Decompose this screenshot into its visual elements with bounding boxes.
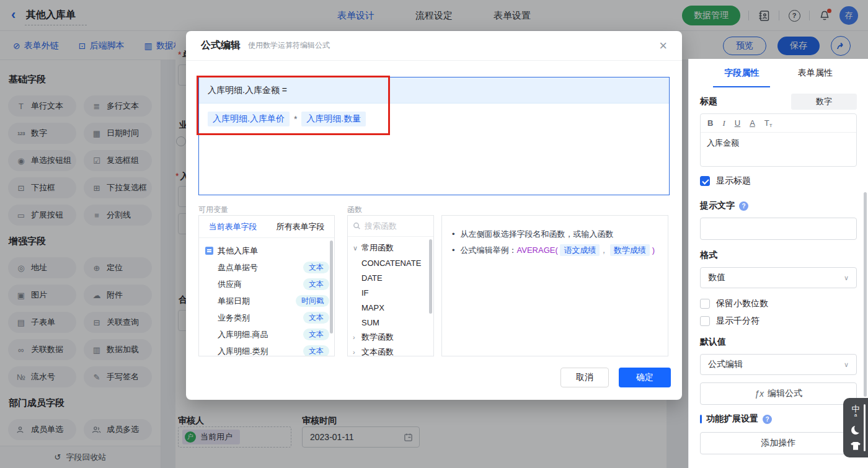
function-item[interactable]: MAPX: [348, 300, 433, 315]
type-badge: 文本: [303, 345, 329, 356]
dark-mode-moon-icon[interactable]: [851, 426, 860, 435]
variable-row[interactable]: 入库明细.商品文本: [199, 326, 334, 343]
variables-panel: 当前表单字段 所有表单字段 其他入库单 盘点单据号文本 供应商文本 单据日期时间…: [198, 215, 335, 356]
function-item[interactable]: DATE: [348, 270, 433, 285]
variable-row[interactable]: 供应商文本: [199, 276, 334, 293]
hint-text-input[interactable]: [700, 218, 857, 240]
font-color-icon[interactable]: A: [750, 118, 755, 128]
chevron-down-icon: ∨: [844, 361, 849, 369]
tab-field-properties[interactable]: 字段属性: [724, 59, 759, 87]
properties-panel: 字段属性 表单属性 标题 数字 B I U A T 入库金额 显示标题: [688, 59, 868, 468]
confirm-button[interactable]: 确定: [619, 368, 671, 387]
title-rich-editor[interactable]: B I U A T 入库金额: [700, 113, 857, 167]
function-item[interactable]: IF: [348, 285, 433, 300]
tip-line-1: •从左侧面板选择字段名和函数，或输入函数: [452, 226, 658, 242]
variable-row[interactable]: 单据日期时间戳: [199, 293, 334, 309]
example-field-chip: 数学成绩: [610, 244, 650, 256]
formula-edit-modal: 公式编辑 使用数学运算符编辑公式 × 入库明细.入库金额 = 入库明细.入库单价…: [186, 31, 682, 400]
scrollbar[interactable]: [330, 241, 333, 333]
hint-help-icon[interactable]: ?: [739, 201, 748, 211]
font-size-icon[interactable]: T: [764, 118, 773, 128]
type-badge: 文本: [303, 262, 329, 273]
italic-icon[interactable]: I: [722, 118, 725, 128]
close-icon[interactable]: ×: [659, 40, 667, 52]
title-label: 标题: [700, 96, 717, 107]
show-title-checkbox[interactable]: [700, 176, 710, 186]
function-group-common[interactable]: ∨ 常用函数: [348, 241, 433, 255]
type-badge: 文本: [303, 312, 329, 324]
function-group-math[interactable]: › 数学函数: [348, 330, 433, 345]
extension-settings-label: 功能扩展设置: [706, 413, 758, 425]
show-title-label: 显示标题: [716, 175, 751, 187]
edit-formula-button[interactable]: ƒx 编辑公式: [700, 382, 857, 405]
tip-line-2: •公式编辑举例：AVERAGE( 语文成绩， 数学成绩 ): [452, 242, 658, 258]
field-type-tag[interactable]: 数字: [791, 94, 857, 110]
underline-icon[interactable]: U: [735, 118, 740, 128]
fx-icon: ƒx: [755, 389, 764, 399]
functions-panel: ∨ 常用函数 CONCATENATE DATE IF MAPX SUM › 数学…: [347, 215, 434, 356]
formula-operand-chip[interactable]: 入库明细.入库单价: [208, 112, 290, 126]
editor-toolbar: B I U A T: [701, 114, 856, 133]
section-accent-bar: [700, 415, 702, 423]
function-search-input[interactable]: [365, 221, 420, 231]
cancel-button[interactable]: 取消: [560, 368, 609, 387]
variables-section-label: 可用变量: [198, 205, 228, 215]
tab-all-form-fields[interactable]: 所有表单字段: [267, 216, 334, 237]
add-action-button[interactable]: 添加操作: [700, 432, 857, 454]
formula-lhs: 入库明细.入库金额 =: [199, 77, 669, 104]
example-field-chip: 语文成绩: [560, 244, 600, 256]
functions-section-label: 函数: [347, 205, 362, 215]
modal-header: 公式编辑 使用数学运算符编辑公式 ×: [186, 31, 682, 61]
tab-current-form-fields[interactable]: 当前表单字段: [199, 216, 267, 237]
function-group-text[interactable]: › 文本函数: [348, 345, 433, 356]
default-value-label: 默认值: [700, 337, 726, 348]
format-select[interactable]: 数值 ∨: [700, 267, 857, 288]
modal-title: 公式编辑: [201, 39, 241, 52]
default-value-select[interactable]: 公式编辑 ∨: [700, 354, 857, 375]
chevron-right-icon: ›: [353, 333, 358, 341]
thousand-separator-checkbox[interactable]: [700, 316, 710, 326]
variable-row[interactable]: 入库明细.类别文本: [199, 343, 334, 356]
type-badge: 时间戳: [296, 295, 329, 307]
variable-row[interactable]: 业务类别文本: [199, 309, 334, 326]
tab-form-properties[interactable]: 表单属性: [798, 59, 833, 87]
bold-icon[interactable]: B: [707, 118, 713, 128]
chevron-down-icon: ∨: [353, 244, 358, 252]
variables-root-node[interactable]: 其他入库单: [199, 242, 334, 259]
modal-subtitle: 使用数学运算符编辑公式: [248, 40, 330, 51]
theme-float-widget: 中 a: [843, 398, 868, 457]
title-value[interactable]: 入库金额: [701, 133, 856, 166]
extension-help-icon[interactable]: ?: [763, 415, 772, 424]
formula-operand-chip[interactable]: 入库明细.数量: [301, 112, 366, 126]
translate-icon[interactable]: 中 a: [852, 405, 860, 418]
form-doc-icon: [205, 247, 213, 255]
scrollbar[interactable]: [864, 192, 867, 397]
decimal-label: 保留小数位数: [716, 298, 768, 309]
format-label: 格式: [700, 250, 717, 261]
scrollbar[interactable]: [429, 239, 432, 314]
formula-editor[interactable]: 入库明细.入库金额 = 入库明细.入库单价 * 入库明细.数量: [198, 77, 670, 195]
function-item[interactable]: SUM: [348, 315, 433, 330]
decimal-checkbox[interactable]: [700, 299, 710, 309]
hint-label: 提示文字: [700, 200, 735, 211]
theme-shirt-icon[interactable]: [851, 442, 861, 450]
search-icon: [353, 222, 361, 230]
chevron-right-icon: ›: [353, 348, 358, 356]
variable-row[interactable]: 盘点单据号文本: [199, 259, 334, 276]
function-item[interactable]: CONCATENATE: [348, 255, 433, 270]
formula-operator: *: [294, 114, 297, 124]
tips-panel: •从左侧面板选择字段名和函数，或输入函数 •公式编辑举例：AVERAGE( 语文…: [441, 215, 668, 356]
thousand-separator-label: 显示千分符: [716, 316, 760, 327]
function-name-example: AVERAGE(: [517, 245, 558, 255]
type-badge: 文本: [303, 329, 329, 340]
chevron-down-icon: ∨: [844, 274, 849, 282]
type-badge: 文本: [303, 278, 329, 290]
app-root: ‹ 其他入库单 表单设计 流程设定 表单设置 数据管理 ?: [0, 0, 868, 468]
